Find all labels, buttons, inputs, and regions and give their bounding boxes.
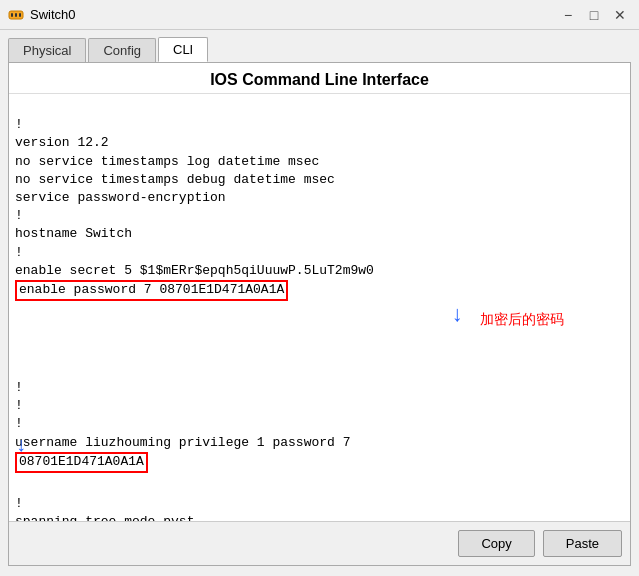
cli-content: ! version 12.2 no service timestamps log… [15, 98, 624, 301]
tab-bar: Physical Config CLI [0, 30, 639, 62]
window-title: Switch0 [30, 7, 76, 22]
paste-button[interactable]: Paste [543, 530, 622, 557]
tab-physical[interactable]: Physical [8, 38, 86, 62]
title-bar: Switch0 − □ ✕ [0, 0, 639, 30]
close-button[interactable]: ✕ [609, 4, 631, 26]
highlighted-password-value: 08701E1D471A0A1A [15, 452, 148, 473]
maximize-button[interactable]: □ [583, 4, 605, 26]
page-title: IOS Command Line Interface [9, 63, 630, 94]
annotation-text: 加密后的密码 [480, 311, 564, 329]
svg-rect-1 [11, 13, 13, 17]
svg-rect-2 [15, 13, 17, 17]
arrow-down2-icon: ↓ [15, 434, 27, 457]
switch-icon [8, 7, 24, 23]
cli-content-2: ! ! ! username liuzhouming privilege 1 p… [15, 361, 624, 452]
bottom-bar: Copy Paste [9, 521, 630, 565]
tab-config[interactable]: Config [88, 38, 156, 62]
window-controls: − □ ✕ [557, 4, 631, 26]
cli-area[interactable]: ! version 12.2 no service timestamps log… [9, 94, 630, 521]
svg-rect-3 [19, 13, 21, 17]
annotation-area: ↓ 加密后的密码 [15, 301, 624, 361]
title-bar-left: Switch0 [8, 7, 76, 23]
copy-button[interactable]: Copy [458, 530, 534, 557]
highlighted-enable-password: enable password 7 08701E1D471A0A1A [15, 280, 288, 301]
cli-content-3: ! spanning-tree mode pvst ! [15, 477, 624, 521]
tab-cli[interactable]: CLI [158, 37, 208, 62]
minimize-button[interactable]: − [557, 4, 579, 26]
arrow-down-icon: ↓ [451, 303, 464, 328]
main-container: IOS Command Line Interface ! version 12.… [8, 62, 631, 566]
